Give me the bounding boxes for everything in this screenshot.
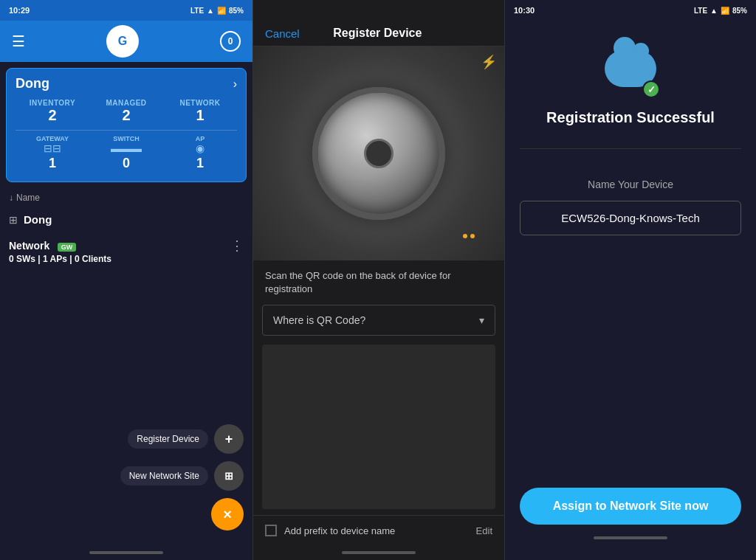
network-name-row: Network GW ⋮ xyxy=(9,238,244,254)
org-name-section: Dong xyxy=(24,213,52,226)
inventory-value: 2 xyxy=(16,107,89,124)
qr-code-dropdown[interactable]: Where is QR Code? ▾ xyxy=(262,305,495,336)
status-bar-panel3: 10:30 LTE ▲ 📶 85% xyxy=(505,0,756,21)
home-indicator-panel2 xyxy=(253,545,504,560)
wifi-icon: 📶 xyxy=(217,7,226,15)
prefix-label: Add prefix to device name xyxy=(284,525,469,536)
qr-dot-2 xyxy=(470,234,475,238)
new-network-button[interactable]: ⊞ xyxy=(214,461,244,491)
summary-title-row: Dong › xyxy=(16,76,237,91)
network-name: Network xyxy=(9,240,49,252)
chevron-down-icon: ▾ xyxy=(479,314,484,326)
switch-value: 0 xyxy=(89,156,163,171)
switch-icon: ▬▬▬ xyxy=(89,142,163,154)
home-bar-p3 xyxy=(594,536,667,539)
gw-badge: GW xyxy=(58,243,77,252)
org-name[interactable]: Dong xyxy=(16,76,49,91)
manual-entry-area[interactable] xyxy=(262,345,495,509)
managed-stat: MANAGED 2 xyxy=(89,99,163,124)
success-title: Registration Successful xyxy=(546,109,715,126)
wifi-p3: 📶 xyxy=(721,7,729,15)
scan-instruction: Scan the QR code on the back of device f… xyxy=(253,260,504,302)
network-label: NETWORK xyxy=(163,99,237,107)
more-options-icon[interactable]: ⋮ xyxy=(230,238,244,254)
network-stats: 0 SWs | 1 APs | 0 Clients xyxy=(9,254,244,264)
network-name-group: Network GW xyxy=(9,239,76,252)
fab-close-button[interactable]: × xyxy=(211,498,244,530)
prefix-checkbox[interactable] xyxy=(265,525,277,536)
ap-icon: ◉ xyxy=(163,142,237,154)
network-org-header: ⊞ Dong xyxy=(9,213,244,226)
status-bar-panel1: 10:29 LTE ▲ 📶 85% xyxy=(0,0,252,21)
gateway-label: GATEWAY xyxy=(16,135,89,142)
status-icons-panel3: LTE ▲ 📶 85% xyxy=(694,7,747,15)
device-circle xyxy=(312,87,445,220)
panel-register: Cancel Register Device ⚡ Scan the QR cod… xyxy=(252,0,505,560)
panel-registration-success: 10:30 LTE ▲ 📶 85% ✓ Registration Success… xyxy=(505,0,756,560)
new-network-fab-row: New Network Site ⊞ xyxy=(120,461,244,491)
success-icon-wrap: ✓ xyxy=(605,43,656,94)
home-indicator-panel1 xyxy=(0,545,252,560)
divider-line xyxy=(520,148,741,149)
sort-icon: ↓ xyxy=(9,193,13,203)
flash-icon[interactable]: ⚡ xyxy=(481,54,497,70)
device-center xyxy=(364,139,394,168)
inventory-stat: INVENTORY 2 xyxy=(16,99,89,124)
qr-dropdown-label: Where is QR Code? xyxy=(273,314,365,326)
summary-card: Dong › INVENTORY 2 MANAGED 2 NETWORK 1 G… xyxy=(6,68,247,182)
gateway-icon: ⊟⊟ xyxy=(16,142,89,154)
signal-icon: ▲ xyxy=(207,7,214,15)
success-body: ✓ Registration Successful Name Your Devi… xyxy=(505,21,756,560)
panel-dashboard: 10:29 LTE ▲ 📶 85% ☰ G 0 Dong › INVENTORY… xyxy=(0,0,252,560)
register-nav: Cancel Register Device xyxy=(253,21,504,46)
battery-icon: 85% xyxy=(229,7,244,15)
status-icons-panel1: LTE ▲ 📶 85% xyxy=(190,7,244,15)
qr-dots xyxy=(463,234,475,238)
gateway-value: 1 xyxy=(16,156,89,171)
register-device-fab-row: Register Device + xyxy=(128,424,244,454)
cancel-button[interactable]: Cancel xyxy=(265,27,300,40)
lte-icon: LTE xyxy=(190,7,204,15)
inventory-label: INVENTORY xyxy=(16,99,89,107)
status-bar-panel2 xyxy=(253,0,504,21)
cloud-bump-right xyxy=(633,43,649,59)
signal-bars-p3: ▲ xyxy=(710,7,718,15)
org-icon: ⊞ xyxy=(9,214,18,226)
time-panel1: 10:29 xyxy=(9,6,30,15)
register-device-label[interactable]: Register Device xyxy=(128,429,208,449)
chevron-right-icon[interactable]: › xyxy=(233,77,237,91)
network-stat: NETWORK 1 xyxy=(163,99,237,124)
qr-dot-1 xyxy=(463,234,467,238)
device-icons-row: GATEWAY ⊟⊟ 1 SWITCH ▬▬▬ 0 AP ◉ 1 xyxy=(16,135,237,171)
device-name-input[interactable] xyxy=(520,201,741,235)
notification-badge[interactable]: 0 xyxy=(220,31,241,52)
hamburger-icon[interactable]: ☰ xyxy=(12,32,25,50)
switch-label: SWITCH xyxy=(89,135,163,142)
ap-stat: AP ◉ 1 xyxy=(163,135,237,171)
home-bar xyxy=(89,551,163,554)
managed-label: MANAGED xyxy=(89,99,163,107)
check-badge: ✓ xyxy=(642,80,660,98)
assign-to-network-button[interactable]: Assign to Network Site now xyxy=(520,488,741,525)
sort-label: Name xyxy=(16,193,40,203)
register-device-button[interactable]: + xyxy=(214,424,244,454)
time-panel3: 10:30 xyxy=(514,6,535,15)
app-header: ☰ G 0 xyxy=(0,21,252,62)
camera-image xyxy=(253,46,504,260)
summary-divider xyxy=(16,130,237,131)
switch-stat: SWITCH ▬▬▬ 0 xyxy=(89,135,163,171)
new-network-label[interactable]: New Network Site xyxy=(120,466,208,485)
ap-label: AP xyxy=(163,135,237,142)
home-indicator-panel3 xyxy=(594,530,667,545)
prefix-edit-button[interactable]: Edit xyxy=(476,525,492,536)
network-value: 1 xyxy=(163,107,237,124)
app-logo: G xyxy=(106,25,139,58)
register-title: Register Device xyxy=(333,27,422,40)
home-bar-p2 xyxy=(342,551,416,554)
sort-bar[interactable]: ↓ Name xyxy=(0,188,252,207)
gateway-stat: GATEWAY ⊟⊟ 1 xyxy=(16,135,89,171)
network-list-item[interactable]: Network GW ⋮ 0 SWs | 1 APs | 0 Clients xyxy=(9,232,244,270)
prefix-row: Add prefix to device name Edit xyxy=(253,515,504,545)
managed-value: 2 xyxy=(89,107,163,124)
summary-row-top: INVENTORY 2 MANAGED 2 NETWORK 1 xyxy=(16,99,237,124)
